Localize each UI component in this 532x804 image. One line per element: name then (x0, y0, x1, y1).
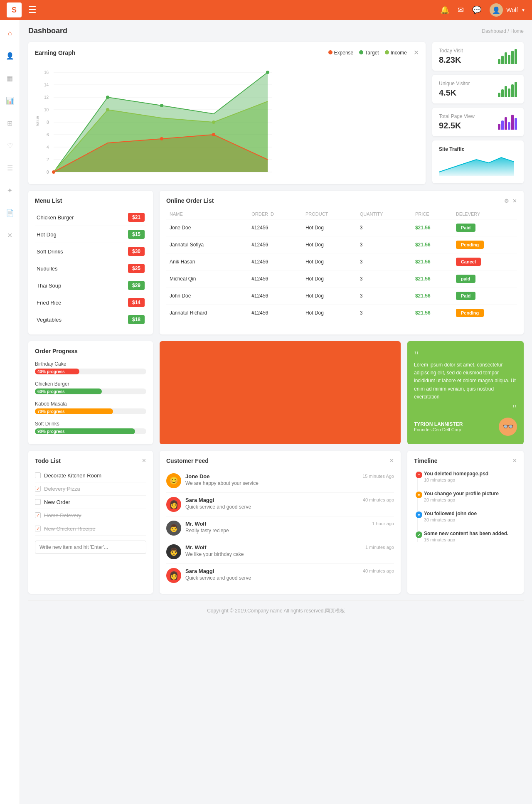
feed-time: 1 hour ago (372, 521, 394, 526)
earning-graph-card: Earning Graph Expense Target Income ✕ 0 (28, 42, 426, 184)
sidebar-item-heart[interactable]: ♡ (3, 139, 17, 152)
svg-point-27 (52, 170, 55, 174)
todo-card: Todo List ✕ Decorate Kitchen Room ✓ Dele… (28, 451, 153, 594)
order-row: Jannatul Richard #12456 Hot Dog 3 $21.56… (166, 305, 517, 322)
settings-icon[interactable]: ⚙ (504, 198, 509, 204)
legend-target: Target (359, 50, 379, 56)
timeline-close-icon[interactable]: ✕ (512, 457, 517, 464)
feed-time: 15 minutes Ago (362, 474, 394, 479)
order-card-header: Online Order List ⚙ ✕ (166, 197, 517, 204)
feed-header: Customer Feed ✕ (166, 457, 394, 464)
sidebar-item-chart[interactable]: 📊 (3, 94, 17, 107)
todo-text-neworder: New Order (44, 499, 70, 505)
sidebar-item-home[interactable]: ⌂ (3, 27, 17, 40)
feed-close-icon[interactable]: ✕ (389, 457, 394, 464)
timeline-dot (416, 511, 422, 518)
order-list-title: Online Order List (166, 197, 214, 204)
feed-item: 👩 Sara Maggi 40 minutes ago Quick servic… (166, 493, 394, 516)
col-qty: QUANTITY (357, 209, 412, 219)
top-row: Earning Graph Expense Target Income ✕ 0 (28, 42, 524, 184)
sidebar-item-list[interactable]: ☰ (3, 161, 17, 175)
todo-text-homedelivery: Home Delevery (44, 512, 81, 519)
status-paid2-btn[interactable]: paid (456, 275, 475, 283)
menu-list-title: Menu List (35, 197, 146, 204)
sidebar-item-doc[interactable]: 📄 (3, 206, 17, 219)
feed-text: Really tasty reciepe (185, 528, 394, 534)
todo-text-kitchen: Decorate Kitchen Room (44, 472, 101, 479)
svg-text:Value: Value (35, 116, 40, 126)
svg-marker-35 (439, 157, 514, 176)
status-pending2-btn[interactable]: Pending (456, 309, 484, 317)
menu-list-card: Menu List Chicken Burger $21 Hot Dog $15… (28, 191, 153, 334)
svg-text:10: 10 (44, 108, 49, 112)
quote-title: Founder-Ceo Dell Corp (414, 427, 463, 432)
todo-checkbox-homedelivery[interactable]: ✓ (35, 512, 41, 518)
col-price: PRICE (412, 209, 453, 219)
online-order-card: Online Order List ⚙ ✕ NAME ORDER ID PROD… (160, 191, 524, 334)
svg-point-34 (212, 120, 215, 124)
svg-text:2017: 2017 (214, 176, 223, 176)
stat-value-pageview: 92.5K (439, 121, 475, 130)
todo-checkbox-neworder[interactable] (35, 499, 41, 505)
todo-input[interactable] (35, 541, 146, 554)
user-profile[interactable]: 👤 Wolf ▼ (490, 3, 525, 17)
timeline-title: Timeline (414, 457, 438, 464)
status-paid-btn[interactable]: Paid (456, 224, 475, 232)
mail-icon[interactable]: ✉ (458, 5, 464, 15)
progress-item-softdrinks: Soft Drinks 90% progress (35, 421, 146, 434)
timeline-time: 15 minutes ago (424, 537, 517, 542)
order-progress-card: Order Progress Birthday Cake 40% progres… (28, 341, 153, 444)
footer: Copyright © 2019.Company name All rights… (28, 600, 524, 621)
stat-unique-visitor: Unique Visitor 4.5K (432, 75, 524, 103)
todo-header: Todo List ✕ (35, 457, 146, 464)
timeline-list: You deleted homepage.psd 10 minutes ago … (414, 471, 517, 542)
earning-close-icon[interactable]: ✕ (414, 49, 419, 57)
todo-checkbox-kitchen[interactable] (35, 472, 41, 478)
status-paid3-btn[interactable]: Paid (456, 292, 475, 300)
dropdown-icon: ▼ (521, 8, 525, 12)
todo-checkbox-pizza[interactable]: ✓ (35, 486, 41, 492)
sidebar-item-star[interactable]: ✦ (3, 184, 17, 197)
status-pending-btn[interactable]: Pending (456, 241, 484, 249)
timeline-dot (416, 492, 422, 498)
order-close-icon[interactable]: ✕ (512, 198, 517, 204)
feed-name: Mr. Wolf (185, 521, 206, 527)
svg-text:2018: 2018 (259, 176, 269, 176)
quote-close: " (414, 403, 517, 414)
col-product: PRODUCT (302, 209, 357, 219)
svg-text:8: 8 (47, 120, 49, 125)
menu-item-fried-rice: Fried Rice $14 (35, 294, 146, 311)
stat-value-unique: 4.5K (439, 88, 470, 98)
todo-close-icon[interactable]: ✕ (142, 457, 146, 464)
sidebar-item-apps[interactable]: ⊞ (3, 116, 17, 130)
quote-avatar: 👓 (499, 418, 517, 436)
stat-label-traffic: Site Traffic (439, 146, 517, 152)
order-progress-title: Order Progress (35, 348, 146, 354)
svg-point-38 (418, 514, 420, 516)
status-cancel-btn[interactable]: Cancel (456, 258, 481, 266)
svg-point-33 (106, 108, 109, 111)
bell-icon[interactable]: 🔔 (440, 5, 449, 15)
svg-point-28 (160, 137, 163, 140)
mini-bar-chart-pageview (498, 115, 517, 130)
third-row: Order Progress Birthday Cake 40% progres… (28, 341, 524, 444)
todo-checkbox-recipe[interactable]: ✓ (35, 526, 41, 531)
sidebar-item-close[interactable]: ✕ (3, 229, 17, 242)
menu-icon[interactable]: ☰ (28, 5, 37, 15)
avatar: 👤 (490, 3, 503, 17)
sidebar-item-user[interactable]: 👤 (3, 49, 17, 62)
svg-point-29 (212, 133, 215, 136)
traffic-chart (439, 155, 514, 176)
sidebar-item-grid[interactable]: ▦ (3, 71, 17, 85)
chat-icon[interactable]: 💬 (472, 5, 481, 15)
earning-chart: 0 2 4 6 8 10 12 14 16 Value (35, 60, 276, 176)
svg-text:2: 2 (47, 157, 49, 162)
timeline-card: Timeline ✕ You deleted homepage.psd 10 m… (407, 451, 524, 594)
order-row: John Doe #12456 Hot Dog 3 $21.56 Paid (166, 288, 517, 305)
todo-item-neworder: New Order (35, 496, 146, 509)
logo: S (7, 2, 22, 17)
feed-item: 😊 Jone Doe 15 minutes Ago We are happy a… (166, 469, 394, 493)
svg-rect-36 (418, 475, 420, 475)
menu-item-hot-dog: Hot Dog $15 (35, 226, 146, 243)
feed-avatar: 👩 (166, 497, 181, 512)
